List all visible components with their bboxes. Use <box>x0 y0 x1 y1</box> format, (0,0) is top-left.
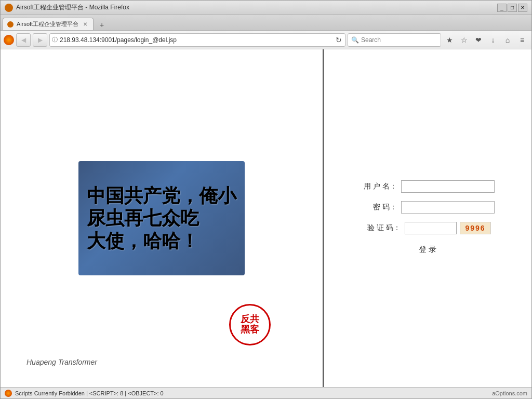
captcha-row: 验 证 码： 9996 <box>364 222 491 234</box>
password-label: 密 码： <box>361 203 397 212</box>
minimize-button[interactable]: _ <box>497 4 507 12</box>
login-button[interactable]: 登 录 <box>410 243 445 257</box>
left-panel: 中国共产党，俺小 尿虫再七众吃 大使，哈哈！ 反共 黑客 Huapeng Tra… <box>1 49 324 387</box>
status-left: Scripts Currently Forbidden | <SCRIPT>: … <box>5 390 164 397</box>
search-icon: 🔍 <box>351 36 359 44</box>
stamp-line2: 黑客 <box>241 325 259 335</box>
username-input[interactable] <box>401 180 495 193</box>
info-icon: ⓘ <box>52 36 58 44</box>
maximize-button[interactable]: □ <box>508 4 517 12</box>
search-input[interactable] <box>361 36 437 44</box>
nav-icons: ★ ☆ ❤ ↓ ⌂ ≡ <box>443 34 528 46</box>
firefox-icon <box>4 35 14 45</box>
defaced-line3: 大使，哈哈！ <box>87 230 236 252</box>
captcha-input[interactable] <box>405 222 457 234</box>
menu-icon[interactable]: ≡ <box>516 34 528 46</box>
browser-window: Airsoft工程企业管理平台 - Mozilla Firefox _ □ ✕ … <box>0 0 532 399</box>
title-bar-left: Airsoft工程企业管理平台 - Mozilla Firefox <box>5 3 129 12</box>
bookmark-star-icon[interactable]: ★ <box>443 34 456 46</box>
defaced-line2: 尿虫再七众吃 <box>87 207 236 229</box>
captcha-image[interactable]: 9996 <box>460 222 491 234</box>
bookmark-manager-icon[interactable]: ☆ <box>458 34 470 46</box>
watermark: Huapeng Transformer <box>26 358 97 366</box>
password-row: 密 码： <box>361 201 495 214</box>
tab-bar: Airsoft工程企业管理平台 ✕ + <box>1 15 531 31</box>
captcha-label: 验 证 码： <box>364 223 401 233</box>
firefox-logo-icon <box>5 4 13 12</box>
username-row: 用 户 名： <box>361 180 495 193</box>
search-bar[interactable]: 🔍 <box>348 33 441 47</box>
back-button[interactable]: ◀ <box>16 33 31 47</box>
close-button[interactable]: ✕ <box>518 4 527 12</box>
browser-title: Airsoft工程企业管理平台 - Mozilla Firefox <box>16 3 129 12</box>
stamp-line1: 反共 <box>241 314 259 325</box>
login-form: 用 户 名： 密 码： 验 证 码： 9996 登 录 <box>361 180 495 257</box>
hacker-stamp: 反共 黑客 <box>229 304 271 345</box>
window-controls: _ □ ✕ <box>497 4 527 12</box>
username-label: 用 户 名： <box>361 182 397 191</box>
password-input[interactable] <box>401 201 495 214</box>
tab-label: Airsoft工程企业管理平台 <box>17 20 78 28</box>
new-tab-button[interactable]: + <box>96 20 108 30</box>
title-bar: Airsoft工程企业管理平台 - Mozilla Firefox _ □ ✕ <box>1 1 531 15</box>
url-input[interactable] <box>60 36 332 44</box>
forward-button[interactable]: ▶ <box>33 33 47 47</box>
active-tab[interactable]: Airsoft工程企业管理平台 ✕ <box>3 18 94 30</box>
status-message: Scripts Currently Forbidden | <SCRIPT>: … <box>15 390 164 396</box>
defaced-text-block: 中国共产党，俺小 尿虫再七众吃 大使，哈哈！ <box>82 179 242 257</box>
defaced-line1: 中国共产党，俺小 <box>87 184 236 207</box>
reload-button[interactable]: ↻ <box>335 36 343 44</box>
right-panel: 用 户 名： 密 码： 验 证 码： 9996 登 录 <box>324 49 531 387</box>
status-right-text: aOptions.com <box>492 390 527 396</box>
url-bar[interactable]: ⓘ ↻ <box>49 33 345 47</box>
download-icon[interactable]: ↓ <box>487 34 499 46</box>
nav-bar: ◀ ▶ ⓘ ↻ 🔍 ★ ☆ ❤ ↓ ⌂ ≡ <box>1 31 531 49</box>
page-content: 中国共产党，俺小 尿虫再七众吃 大使，哈哈！ 反共 黑客 Huapeng Tra… <box>1 49 531 387</box>
status-bar: Scripts Currently Forbidden | <SCRIPT>: … <box>1 387 531 398</box>
tab-favicon-icon <box>7 21 14 28</box>
pocket-icon[interactable]: ❤ <box>472 34 485 46</box>
status-firefox-icon <box>5 390 12 397</box>
tab-close-button[interactable]: ✕ <box>82 21 89 28</box>
captcha-input-group: 9996 <box>405 222 491 234</box>
home-icon[interactable]: ⌂ <box>501 34 514 46</box>
